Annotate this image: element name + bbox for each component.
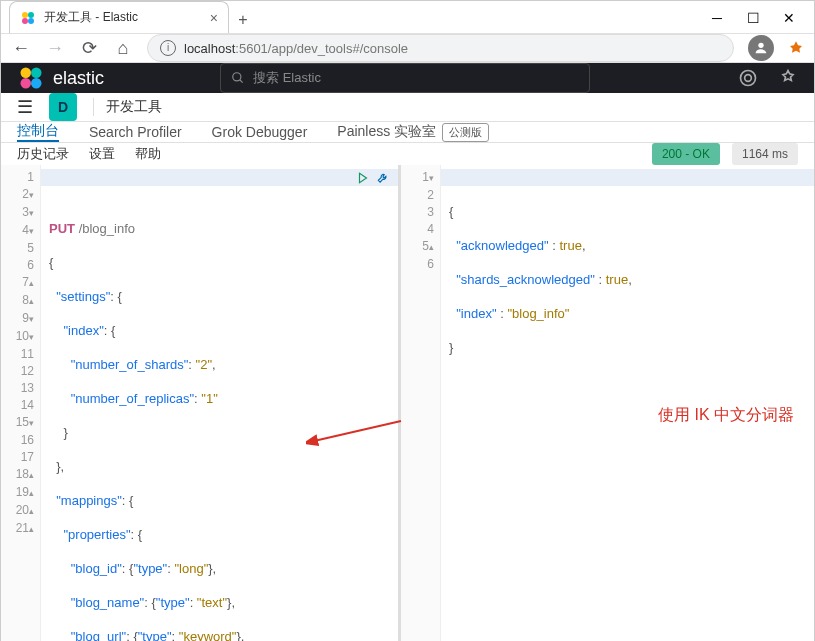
console-sub-bar: 历史记录 设置 帮助 200 - OK 1164 ms: [1, 143, 814, 165]
svg-point-3: [28, 18, 34, 24]
editor-gutter: 12▾3▾4▾567▴8▴9▾10▾1112131415▾161718▴19▴2…: [1, 165, 41, 641]
settings-link[interactable]: 设置: [89, 145, 115, 163]
send-request-icon[interactable]: [356, 171, 370, 185]
search-icon: [231, 71, 245, 85]
tab-console[interactable]: 控制台: [17, 122, 59, 142]
svg-point-5: [21, 68, 32, 79]
annotation-text: 使用 IK 中文分词器: [658, 405, 794, 426]
address-bar: ← → ⟳ ⌂ i localhost:5601/app/dev_tools#/…: [1, 33, 814, 63]
home-icon[interactable]: ⌂: [113, 38, 133, 58]
dev-tools-tabs: 控制台 Search Profiler Grok Debugger Painle…: [1, 122, 814, 143]
tab-close-icon[interactable]: ×: [210, 10, 218, 26]
elastic-favicon: [20, 10, 36, 26]
extension-icon[interactable]: [788, 40, 804, 56]
beta-badge: 公测版: [442, 123, 489, 142]
svg-point-7: [21, 78, 32, 89]
svg-point-2: [22, 18, 28, 24]
elastic-header: elastic 搜索 Elastic: [1, 63, 814, 93]
svg-point-9: [233, 73, 241, 81]
editor-code[interactable]: PUT /blog_info { "settings": { "index": …: [41, 165, 398, 641]
tab-grok-debugger[interactable]: Grok Debugger: [212, 122, 308, 142]
menu-icon[interactable]: ☰: [17, 96, 33, 118]
forward-icon: →: [45, 38, 65, 58]
help-link[interactable]: 帮助: [135, 145, 161, 163]
app-name: 开发工具: [93, 98, 162, 116]
time-badge: 1164 ms: [732, 143, 798, 165]
svg-point-8: [31, 78, 42, 89]
tab-search-profiler[interactable]: Search Profiler: [89, 122, 182, 142]
console-split: 12▾3▾4▾567▴8▴9▾10▾1112131415▾161718▴19▴2…: [1, 165, 814, 641]
output-code: { "acknowledged" : true, "shards_acknowl…: [441, 165, 814, 641]
svg-point-6: [31, 68, 42, 79]
close-icon[interactable]: ✕: [782, 11, 796, 25]
wrench-icon[interactable]: [376, 171, 390, 185]
app-bar: ☰ D 开发工具: [1, 93, 814, 122]
elastic-logo[interactable]: elastic: [17, 64, 104, 92]
tab-title: 开发工具 - Elastic: [44, 9, 202, 26]
svg-point-0: [22, 12, 28, 18]
profile-icon[interactable]: [748, 35, 774, 61]
app-badge[interactable]: D: [49, 93, 77, 121]
svg-point-11: [741, 71, 756, 86]
url-host: localhost: [184, 41, 235, 56]
response-output[interactable]: 1▾2345▴6 { "acknowledged" : true, "shard…: [401, 165, 814, 641]
maximize-icon[interactable]: ☐: [746, 11, 760, 25]
help-icon[interactable]: [778, 68, 798, 88]
output-gutter: 1▾2345▴6: [401, 165, 441, 641]
svg-point-1: [28, 12, 34, 18]
browser-title-bar: 开发工具 - Elastic × + ─ ☐ ✕: [1, 1, 814, 33]
history-link[interactable]: 历史记录: [17, 145, 69, 163]
elastic-brand: elastic: [53, 68, 104, 89]
newsfeed-icon[interactable]: [738, 68, 758, 88]
svg-point-4: [758, 43, 763, 48]
new-tab-button[interactable]: +: [229, 11, 257, 33]
minimize-icon[interactable]: ─: [710, 11, 724, 25]
back-icon[interactable]: ←: [11, 38, 31, 58]
svg-line-10: [240, 80, 243, 83]
request-editor[interactable]: 12▾3▾4▾567▴8▴9▾10▾1112131415▾161718▴19▴2…: [1, 165, 401, 641]
svg-point-12: [745, 75, 752, 82]
tab-painless-lab[interactable]: Painless 实验室 公测版: [337, 122, 489, 142]
url-path: :5601/app/dev_tools#/console: [235, 41, 408, 56]
search-placeholder: 搜索 Elastic: [253, 69, 321, 87]
url-input[interactable]: i localhost:5601/app/dev_tools#/console: [147, 34, 734, 62]
reload-icon[interactable]: ⟳: [79, 38, 99, 58]
elastic-logo-icon: [17, 64, 45, 92]
global-search[interactable]: 搜索 Elastic: [220, 63, 590, 93]
browser-tab[interactable]: 开发工具 - Elastic ×: [9, 1, 229, 33]
site-info-icon[interactable]: i: [160, 40, 176, 56]
status-badge: 200 - OK: [652, 143, 720, 165]
